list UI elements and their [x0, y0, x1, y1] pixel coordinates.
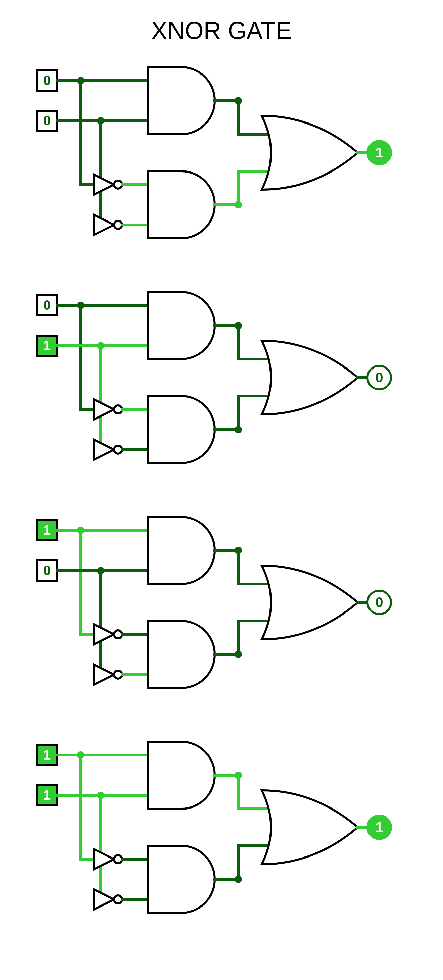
svg-text:1: 1: [43, 788, 51, 802]
svg-text:0: 0: [43, 113, 51, 128]
xnor-circuit-row: 111: [37, 742, 391, 913]
svg-text:1: 1: [43, 748, 51, 762]
svg-text:0: 0: [43, 298, 51, 312]
svg-text:0: 0: [375, 369, 383, 385]
svg-text:0: 0: [43, 563, 51, 578]
xnor-circuit-row: 010: [37, 292, 391, 463]
svg-text:1: 1: [375, 145, 383, 161]
xnor-circuit-row: 100: [37, 517, 391, 688]
diagram-container: XNOR GATE 001010100111: [0, 0, 443, 980]
svg-text:1: 1: [43, 523, 51, 537]
svg-text:1: 1: [43, 338, 51, 353]
svg-text:1: 1: [375, 819, 383, 835]
xnor-circuit-row: 001: [37, 67, 391, 238]
page-title: XNOR GATE: [151, 17, 292, 44]
circuit-svg: 001010100111: [0, 0, 443, 980]
svg-text:0: 0: [375, 594, 383, 610]
svg-text:0: 0: [43, 73, 51, 88]
